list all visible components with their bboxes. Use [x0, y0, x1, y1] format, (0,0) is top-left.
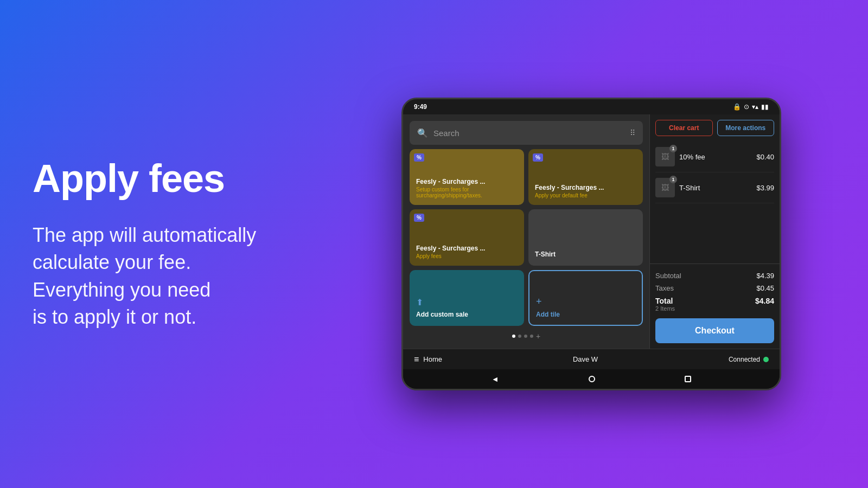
- grand-total-label: Total: [655, 297, 675, 305]
- product-tile-feesly-3[interactable]: % Feesly - Surcharges ... Apply fees: [410, 209, 524, 265]
- more-actions-button[interactable]: More actions: [717, 120, 775, 136]
- search-input-label: Search: [433, 129, 624, 138]
- total-row: Total 2 Items $4.84: [655, 294, 774, 314]
- taxes-label: Taxes: [655, 284, 674, 292]
- cart-item-fee-badge: 🖼 1: [655, 147, 675, 166]
- home-label: Home: [423, 355, 442, 363]
- clear-cart-button[interactable]: Clear cart: [655, 120, 713, 136]
- tile-badge-percent-3: %: [414, 214, 424, 222]
- cart-item-fee-name: 10% fee: [679, 153, 752, 161]
- tile-subtitle-3: Apply fees: [416, 253, 518, 259]
- tile-title-4: T-Shirt: [535, 251, 636, 258]
- wifi-icon: ▾▴: [752, 103, 758, 111]
- pagination-dot-1[interactable]: [512, 335, 515, 338]
- product-tile-feesly-2[interactable]: % Feesly - Surcharges ... Apply your def…: [528, 149, 643, 205]
- product-tile-custom-sale[interactable]: ⬆ Add custom sale: [410, 270, 524, 326]
- android-home-button[interactable]: [589, 376, 595, 382]
- bottom-nav: ≡ Home Dave W Connected: [403, 349, 780, 369]
- right-section: 9:49 🔒 ⊙ ▾▴ ▮▮ 🔍 Search ⠿: [336, 98, 868, 390]
- cart-item-tshirt-count: 1: [669, 176, 677, 183]
- menu-icon[interactable]: ≡: [414, 355, 419, 364]
- cart-item-tshirt-price: $3.99: [756, 184, 774, 192]
- plus-icon: +: [536, 296, 635, 307]
- tile-title-2: Feesly - Surcharges ...: [535, 184, 636, 191]
- android-back-button[interactable]: ◄: [492, 375, 499, 383]
- main-heading: Apply fees: [33, 157, 304, 200]
- checkout-button[interactable]: Checkout: [655, 318, 774, 343]
- grand-total-value: $4.84: [755, 297, 774, 312]
- status-icons: 🔒 ⊙ ▾▴ ▮▮: [733, 103, 769, 111]
- tablet-frame: 9:49 🔒 ⊙ ▾▴ ▮▮ 🔍 Search ⠿: [401, 98, 781, 390]
- pagination-dot-4[interactable]: [530, 335, 533, 338]
- connected-dot: [763, 357, 769, 362]
- tile-badge-percent-1: %: [414, 153, 424, 162]
- connected-label: Connected: [729, 356, 760, 363]
- tile-subtitle-2: Apply your default fee: [535, 192, 636, 198]
- lock-icon: 🔒: [733, 103, 741, 111]
- tile-title-5: Add custom sale: [416, 311, 518, 318]
- pagination-dot-2[interactable]: [518, 335, 521, 338]
- upload-icon: ⬆: [416, 297, 518, 307]
- user-label: Dave W: [442, 355, 729, 363]
- cart-totals: Subtotal $4.39 Taxes $0.45 Total 2 Items…: [650, 264, 780, 349]
- product-tile-tshirt[interactable]: T-Shirt: [528, 209, 643, 265]
- pagination-dot-3[interactable]: [524, 335, 527, 338]
- cart-item-fee: 🖼 1 10% fee $0.40: [655, 142, 774, 172]
- pagination-more: +: [536, 332, 540, 340]
- battery-icon: ▮▮: [761, 103, 769, 111]
- search-icon: 🔍: [417, 128, 428, 138]
- cart-panel: Clear cart More actions 🖼 1 10% fee $0.4…: [649, 114, 780, 349]
- status-time: 9:49: [414, 103, 427, 111]
- product-tile-add[interactable]: + Add tile: [528, 270, 643, 326]
- sub-text: The app will automaticallycalculate your…: [33, 222, 304, 331]
- cart-item-tshirt-name: T-Shirt: [679, 184, 752, 192]
- total-items-label: 2 Items: [655, 305, 675, 312]
- products-panel: 🔍 Search ⠿ % Feesly - Surcharges ... Set…: [403, 114, 649, 349]
- cart-header: Clear cart More actions: [650, 114, 780, 142]
- pagination: +: [410, 330, 643, 342]
- left-section: Apply fees The app will automaticallycal…: [0, 114, 336, 375]
- cart-item-fee-count: 1: [669, 145, 677, 152]
- search-bar[interactable]: 🔍 Search ⠿: [410, 121, 643, 145]
- android-nav: ◄: [403, 369, 780, 389]
- grid-icon: ⠿: [630, 129, 635, 137]
- product-tile-feesly-1[interactable]: % Feesly - Surcharges ... Setup custom f…: [410, 149, 524, 205]
- products-grid: % Feesly - Surcharges ... Setup custom f…: [410, 149, 643, 326]
- tile-title-6: Add tile: [536, 311, 635, 318]
- app-content: 🔍 Search ⠿ % Feesly - Surcharges ... Set…: [403, 114, 780, 349]
- total-label-group: Total 2 Items: [655, 297, 675, 312]
- tile-subtitle-1: Setup custom fees for surcharging/shippi…: [416, 187, 518, 198]
- subtotal-label: Subtotal: [655, 272, 681, 280]
- nav-status: Connected: [729, 356, 769, 363]
- taxes-row: Taxes $0.45: [655, 282, 774, 294]
- subtotal-row: Subtotal $4.39: [655, 269, 774, 282]
- status-bar: 9:49 🔒 ⊙ ▾▴ ▮▮: [403, 99, 780, 114]
- location-icon: ⊙: [744, 103, 749, 111]
- tile-badge-percent-2: %: [533, 153, 543, 162]
- subtotal-value: $4.39: [756, 272, 774, 280]
- tile-title-1: Feesly - Surcharges ...: [416, 178, 518, 185]
- cart-item-fee-price: $0.40: [756, 153, 774, 161]
- cart-item-tshirt-badge: 🖼 1: [655, 178, 675, 197]
- cart-item-tshirt: 🖼 1 T-Shirt $3.99: [655, 172, 774, 203]
- tile-title-3: Feesly - Surcharges ...: [416, 245, 518, 252]
- android-recents-button[interactable]: [685, 376, 691, 382]
- taxes-value: $0.45: [756, 284, 774, 292]
- cart-items: 🖼 1 10% fee $0.40 🖼 1 T-Shirt $3.99: [650, 142, 780, 264]
